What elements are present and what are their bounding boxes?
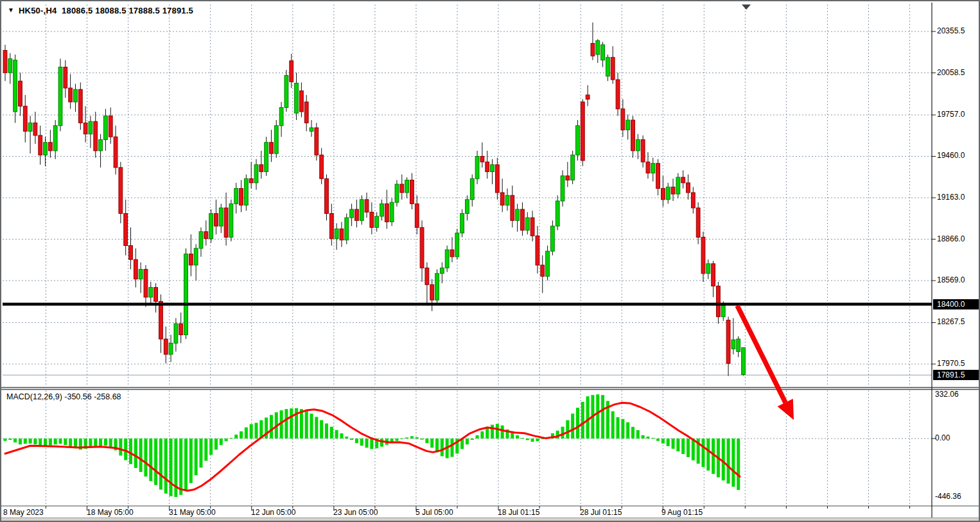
- macd-bar: [345, 437, 348, 439]
- candle-body: [516, 209, 520, 220]
- candle-body: [139, 269, 143, 279]
- macd-bar: [139, 439, 143, 472]
- candle-body: [566, 176, 570, 180]
- price-tick-label: 18569.0: [937, 275, 979, 285]
- candle-body: [335, 229, 338, 238]
- macd-bar: [335, 430, 338, 439]
- candle-body: [466, 200, 469, 214]
- candle-body: [13, 60, 17, 112]
- candle-body: [83, 123, 87, 134]
- candle-body: [445, 250, 449, 268]
- candle-body: [209, 214, 213, 239]
- candle-body: [104, 116, 108, 140]
- macd-bar: [284, 409, 288, 439]
- macd-bar: [29, 439, 32, 444]
- candle-body: [495, 165, 499, 193]
- macd-bar: [586, 396, 590, 439]
- candle-body: [671, 187, 675, 194]
- macd-bar: [476, 435, 479, 439]
- candle-body: [626, 120, 630, 130]
- candle-body: [525, 218, 529, 231]
- macd-bar: [651, 438, 654, 439]
- price-tick-label: 20058.5: [937, 68, 979, 78]
- candle-body: [400, 184, 404, 193]
- macd-bar: [621, 419, 624, 439]
- macd-bar: [430, 439, 433, 448]
- candle-body: [295, 83, 299, 113]
- candle-body: [329, 214, 333, 239]
- macd-bar: [4, 439, 7, 441]
- candle-body: [435, 274, 439, 300]
- candle-body: [184, 254, 188, 335]
- macd-bar: [8, 439, 12, 440]
- macd-bar: [516, 435, 519, 439]
- price-badge: 18400.0: [933, 299, 980, 309]
- candle-body: [717, 286, 721, 317]
- macd-bar: [576, 408, 579, 439]
- candle-body: [109, 116, 112, 137]
- candle-body: [159, 301, 163, 339]
- candle-body: [194, 248, 198, 265]
- candle-body: [78, 89, 82, 123]
- macd-bar: [646, 437, 649, 439]
- candle-body: [390, 202, 394, 222]
- candle-body: [415, 204, 419, 227]
- macd-bar: [692, 439, 695, 460]
- candle-body: [304, 102, 308, 123]
- price-tick-label: 19757.0: [937, 110, 979, 119]
- macd-bar: [617, 417, 620, 439]
- candle-body: [320, 155, 324, 178]
- candle-body: [591, 44, 595, 57]
- chart-window: ▼ HK50-,H4 18086.5 18088.5 17888.5 17891…: [0, 0, 980, 522]
- time-tick-label: 12 Jun 05:00: [251, 508, 295, 518]
- time-tick-label: 5 Jul 05:00: [416, 508, 453, 518]
- macd-bar: [471, 439, 474, 440]
- candle-body: [53, 126, 57, 151]
- candle-body: [19, 81, 22, 106]
- candle-body: [666, 187, 670, 200]
- macd-bar: [395, 439, 398, 441]
- candle-body: [701, 237, 705, 273]
- candle-body: [274, 126, 278, 153]
- macd-bar: [24, 439, 27, 444]
- candle-body: [94, 121, 98, 151]
- candle-body: [234, 188, 238, 204]
- macd-bar: [325, 424, 328, 439]
- candle-body: [576, 126, 580, 155]
- candle-body: [636, 139, 640, 150]
- macd-bar: [737, 439, 740, 490]
- macd-bar: [19, 439, 22, 444]
- candle-body: [164, 339, 168, 354]
- macd-bar: [204, 439, 207, 461]
- macd-bar: [491, 425, 494, 439]
- macd-bar: [410, 436, 414, 439]
- candle-body: [249, 178, 253, 183]
- macd-bar: [571, 413, 574, 439]
- macd-bar: [450, 439, 453, 457]
- candle-body: [706, 264, 710, 274]
- time-tick-label: 18 May 05:00: [87, 508, 134, 518]
- macd-bar: [727, 439, 730, 483]
- candle-body: [345, 218, 349, 240]
- candle-body: [299, 91, 303, 112]
- candle-body: [259, 165, 263, 172]
- macd-bar: [250, 424, 253, 439]
- candle-body: [676, 177, 680, 194]
- candle-body: [440, 268, 444, 274]
- macd-bar: [687, 439, 690, 457]
- candle-body: [550, 226, 554, 251]
- candle-body: [284, 76, 288, 108]
- macd-bar: [642, 435, 645, 439]
- macd-bar: [255, 423, 258, 439]
- macd-bar: [290, 408, 293, 439]
- macd-bar: [596, 394, 599, 439]
- candle-body: [8, 58, 12, 73]
- macd-bar: [124, 439, 127, 460]
- macd-bar: [536, 439, 539, 441]
- dropdown-triangle-icon[interactable]: ▼: [8, 6, 14, 13]
- candle-body: [687, 183, 690, 193]
- candle-body: [350, 209, 354, 218]
- macd-bar: [425, 439, 428, 443]
- macd-bar: [104, 439, 107, 446]
- candle-body: [606, 57, 610, 76]
